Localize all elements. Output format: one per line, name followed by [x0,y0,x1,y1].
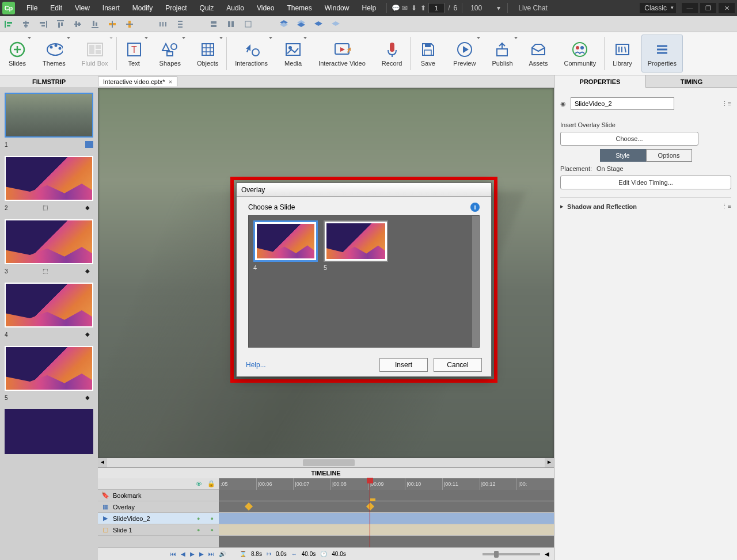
layer-back-icon[interactable] [296,19,306,29]
options-segment[interactable]: Options [646,149,692,162]
scroll-thumb[interactable] [303,459,355,466]
zoom-value[interactable]: 100 [467,4,493,12]
interactions-button[interactable]: Interactions [227,32,276,75]
properties-button[interactable]: Properties [641,35,683,73]
save-button[interactable]: Save [411,32,445,75]
center-horizontal-icon[interactable] [107,19,117,29]
last-frame-icon[interactable]: ⏭ [208,551,214,557]
objects-button[interactable]: Objects [189,32,226,75]
comment-icon[interactable]: 💬 [392,4,400,12]
choose-overlay-button[interactable]: Choose... [560,132,698,146]
filmstrip-thumb-results[interactable] [5,409,93,454]
timeline-track-overlay[interactable] [219,501,554,513]
overlay-slide-option-4[interactable]: 4 [253,220,318,271]
menu-quiz[interactable]: Quiz [194,0,220,16]
prev-frame-icon[interactable]: ◀ [181,551,185,557]
play-icon[interactable]: ▶ [190,551,195,557]
layer-forward-icon[interactable] [313,19,324,29]
library-button[interactable]: Library [605,32,640,75]
canvas-hscroll[interactable]: ◄ ► [98,458,554,467]
help-link[interactable]: Help... [246,361,266,369]
menu-icon[interactable]: ⋮≡ [721,100,731,108]
timeline-track-video[interactable] [219,513,554,524]
menu-audio[interactable]: Audio [221,0,250,16]
align-left-icon[interactable] [3,19,14,29]
zoom-slider[interactable] [483,553,540,555]
first-frame-icon[interactable]: ⏮ [170,551,176,557]
publish-button[interactable]: Publish [484,32,521,75]
timeline-row-overlay[interactable]: ▦Overlay [98,501,219,513]
document-tab[interactable]: Interactive video.cptx*× [98,77,177,86]
timeline-row-bookmark[interactable]: 🔖Bookmark [98,490,219,501]
media-button[interactable]: Media [276,32,310,75]
timeline-row-slide1[interactable]: ▢Slide 1● ● [98,524,219,536]
window-minimize-icon[interactable]: — [682,3,698,13]
center-vertical-icon[interactable] [124,19,135,29]
filmstrip-thumb-2[interactable] [5,156,93,201]
assets-button[interactable]: Assets [521,32,556,75]
eye-icon[interactable]: 👁 [195,480,203,488]
text-button[interactable]: TText [117,32,151,75]
menu-video[interactable]: Video [251,0,280,16]
window-close-icon[interactable]: ✕ [719,3,735,13]
menu-help[interactable]: Help [356,0,382,16]
menu-project[interactable]: Project [159,0,192,16]
info-icon[interactable]: i [470,203,480,212]
mail-icon[interactable]: ✉ [401,4,409,12]
workspace-dropdown[interactable]: Classic▾ [640,3,676,13]
next-frame-icon[interactable]: ▶ [199,551,204,557]
shapes-button[interactable]: Shapes [151,32,189,75]
playhead[interactable] [370,478,370,547]
interactive-video-button[interactable]: Interactive Video [310,32,374,75]
align-top-icon[interactable] [55,19,66,29]
preview-button[interactable]: Preview [445,32,484,75]
distribute-h-icon[interactable] [158,19,168,29]
filmstrip-thumb-5[interactable] [5,346,93,391]
page-number-input[interactable] [428,3,445,13]
menu-icon[interactable]: ⋮≡ [721,203,731,210]
timing-tab[interactable]: TIMING [646,75,737,88]
live-chat-link[interactable]: Live Chat [512,4,553,12]
record-button[interactable]: Record [374,32,410,75]
menu-edit[interactable]: Edit [44,0,68,16]
mute-icon[interactable]: 🔊 [219,551,226,557]
menu-window[interactable]: Window [319,0,355,16]
menu-themes[interactable]: Themes [281,0,317,16]
menu-file[interactable]: File [21,0,43,16]
edit-video-timing-button[interactable]: Edit Video Timing... [560,176,731,189]
same-height-icon[interactable] [226,19,236,29]
zoom-less-icon[interactable]: ◀ [545,551,549,557]
chevron-down-icon[interactable]: ▾ [495,4,503,12]
dialog-vscroll[interactable] [472,216,479,347]
menu-view[interactable]: View [69,0,96,16]
themes-button[interactable]: Themes [35,32,74,75]
slides-button[interactable]: Slides [0,32,35,75]
layer-front-icon[interactable] [279,19,289,29]
menu-insert[interactable]: Insert [97,0,126,16]
download-icon[interactable]: ⬇ [410,4,418,12]
filmstrip-thumb-4[interactable] [5,283,93,327]
upload-icon[interactable]: ⬆ [419,4,427,12]
timeline-track-slide[interactable] [219,524,554,536]
overlay-slide-option-5[interactable]: 5 [324,220,388,271]
same-size-icon[interactable] [243,19,253,29]
cancel-button[interactable]: Cancel [434,358,482,372]
filmstrip-thumb-3[interactable] [5,219,93,264]
filmstrip-thumb-1[interactable] [5,93,93,138]
scroll-left-icon[interactable]: ◄ [98,458,107,467]
fluidbox-button[interactable]: Fluid Box [74,32,116,75]
menu-modify[interactable]: Modify [127,0,158,16]
align-center-v-icon[interactable] [73,19,83,29]
layer-backward-icon[interactable] [330,19,341,29]
align-right-icon[interactable] [38,19,48,29]
style-segment[interactable]: Style [600,149,646,162]
window-restore-icon[interactable]: ❐ [700,3,716,13]
timeline-row-slidevideo[interactable]: ▶SlideVideo_2● ● [98,513,219,524]
timeline-track-bookmark[interactable] [219,490,554,501]
same-width-icon[interactable] [208,19,219,29]
object-name-input[interactable] [571,97,674,110]
insert-button[interactable]: Insert [379,358,428,372]
community-button[interactable]: Community [556,32,605,75]
collapse-icon[interactable]: ▸ [560,203,564,210]
scroll-right-icon[interactable]: ► [545,458,554,467]
